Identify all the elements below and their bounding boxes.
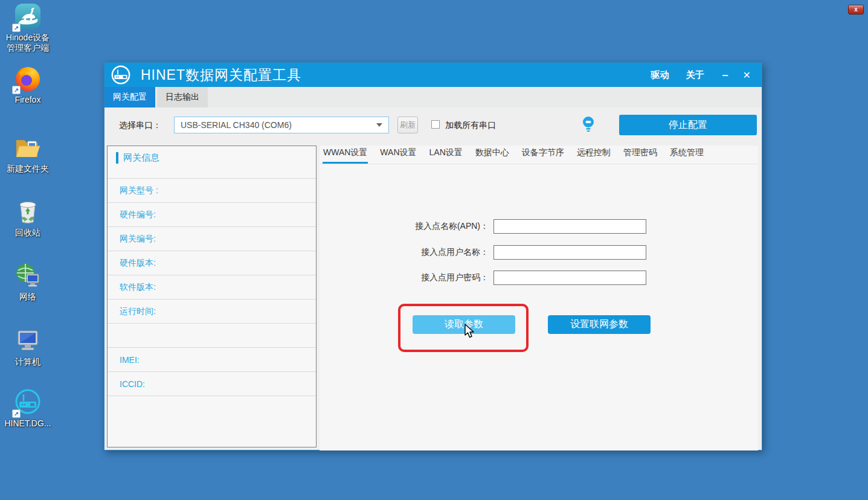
tab-admin-password[interactable]: 管理密码: [623, 146, 658, 162]
port-select-label: 选择串口：: [119, 120, 161, 131]
window-title: HINET数据网关配置工具: [141, 66, 301, 85]
remote-close-button[interactable]: x: [848, 5, 864, 14]
refresh-button[interactable]: 刷新: [397, 117, 418, 133]
main-tab-bar: 网关配置 日志输出: [104, 87, 762, 107]
stop-config-button[interactable]: 停止配置: [619, 115, 757, 135]
router-app-icon: [111, 65, 131, 85]
main-area: 网关信息 网关型号 : 硬件编号: 网关编号: 硬件版本: 软件版本: 运行时间…: [107, 143, 759, 447]
info-row-hw-id: 硬件编号:: [108, 203, 316, 227]
apn-password-label: 接入点用户密码：: [320, 272, 493, 283]
load-all-ports-checkbox[interactable]: [431, 120, 440, 129]
about-menu-button[interactable]: 关于: [678, 69, 713, 81]
desktop-icon-firefox[interactable]: ↗ Firefox: [0, 64, 56, 105]
desktop-icon-label: 新建文件夹: [0, 164, 56, 174]
gateway-info-panel: 网关信息 网关型号 : 硬件编号: 网关编号: 硬件版本: 软件版本: 运行时间…: [107, 146, 317, 447]
desktop-icon-hinode[interactable]: ↗ Hinode设备 管理客户端: [0, 2, 56, 53]
info-row-gw-id: 网关编号:: [108, 227, 316, 251]
chevron-down-icon: [376, 123, 382, 127]
desktop-icon-recycle-bin[interactable]: 回收站: [0, 197, 56, 238]
tab-wwan[interactable]: WWAN设置: [323, 146, 368, 164]
computer-icon: [13, 326, 42, 355]
desktop-icon-computer[interactable]: 计算机: [0, 326, 56, 367]
minimize-button[interactable]: –: [713, 66, 738, 84]
hinet-router-icon: ↗: [13, 388, 42, 417]
desktop-icon-hinet[interactable]: ↗ HINET.DG...: [0, 388, 56, 429]
shortcut-arrow-icon: ↗: [12, 24, 21, 32]
close-button[interactable]: ✕: [738, 69, 762, 81]
settings-tab-bar: WWAN设置 WAN设置 LAN设置 数据中心 设备字节序 远程控制 管理密码 …: [320, 146, 758, 164]
serial-port-value: USB-SERIAL CH340 (COM6): [181, 120, 292, 130]
apn-username-label: 接入点用户名称：: [320, 247, 493, 258]
title-bar: HINET数据网关配置工具 驱动 关于 – ✕: [104, 63, 762, 87]
desktop-icon-label: 网络: [0, 292, 56, 302]
app-window: HINET数据网关配置工具 驱动 关于 – ✕ 网关配置 日志输出 选择串口： …: [104, 62, 762, 450]
tab-gateway-config[interactable]: 网关配置: [104, 87, 155, 107]
tab-remote-control[interactable]: 远程控制: [576, 146, 611, 162]
tab-wan[interactable]: WAN设置: [379, 146, 417, 162]
desktop-icon-label: Firefox: [0, 95, 56, 105]
tab-system-management[interactable]: 系统管理: [669, 146, 704, 162]
shortcut-arrow-icon: ↗: [12, 409, 21, 418]
hinode-app-icon: ↗: [13, 2, 42, 31]
firefox-icon: ↗: [13, 64, 42, 93]
header-accent-bar: [116, 152, 118, 164]
folder-icon: [13, 133, 42, 162]
tab-log-output[interactable]: 日志输出: [157, 87, 208, 107]
desktop-icon-label: Hinode设备 管理客户端: [0, 33, 56, 53]
desktop-icon-label: 计算机: [0, 357, 56, 367]
info-row-imei: IMEI:: [108, 348, 316, 372]
bulb-status-icon: [580, 115, 596, 133]
info-row-iccid: ICCID:: [108, 372, 316, 396]
tab-data-center[interactable]: 数据中心: [475, 146, 510, 162]
read-params-button[interactable]: 读取参数: [413, 315, 515, 334]
recycle-bin-icon: [13, 197, 42, 226]
apn-password-input[interactable]: [493, 271, 646, 285]
set-network-params-button[interactable]: 设置联网参数: [548, 315, 651, 334]
driver-menu-button[interactable]: 驱动: [643, 69, 678, 81]
desktop-icon-new-folder[interactable]: 新建文件夹: [0, 133, 56, 174]
info-row-empty: [108, 324, 316, 348]
serial-port-dropdown[interactable]: USB-SERIAL CH340 (COM6): [174, 117, 389, 133]
info-row-model: 网关型号 :: [108, 179, 316, 203]
info-row-uptime: 运行时间:: [108, 300, 316, 324]
apn-user-row: 接入点用户名称：: [320, 245, 646, 260]
desktop-icon-label: 回收站: [0, 228, 56, 238]
shortcut-arrow-icon: ↗: [12, 86, 21, 94]
desktop-icon-network[interactable]: 网络: [0, 261, 56, 302]
apn-row: 接入点名称(APN)：: [320, 219, 646, 234]
tab-byte-order[interactable]: 设备字节序: [521, 146, 565, 162]
apn-input[interactable]: [493, 219, 646, 234]
desktop-icon-label: HINET.DG...: [0, 418, 56, 429]
network-icon: [13, 261, 42, 290]
info-row-hw-ver: 硬件版本:: [108, 251, 316, 275]
apn-username-input[interactable]: [493, 245, 646, 260]
info-row-sw-ver: 软件版本:: [108, 275, 316, 300]
apn-pass-row: 接入点用户密码：: [320, 270, 646, 286]
load-all-ports-label: 加载所有串口: [445, 120, 496, 131]
tab-lan[interactable]: LAN设置: [429, 146, 463, 162]
apn-label: 接入点名称(APN)：: [320, 221, 493, 232]
settings-panel: WWAN设置 WAN设置 LAN设置 数据中心 设备字节序 远程控制 管理密码 …: [320, 146, 758, 450]
serial-toolbar: 选择串口： USB-SERIAL CH340 (COM6) 刷新 加载所有串口 …: [104, 107, 762, 143]
gateway-info-header: 网关信息: [108, 146, 316, 179]
